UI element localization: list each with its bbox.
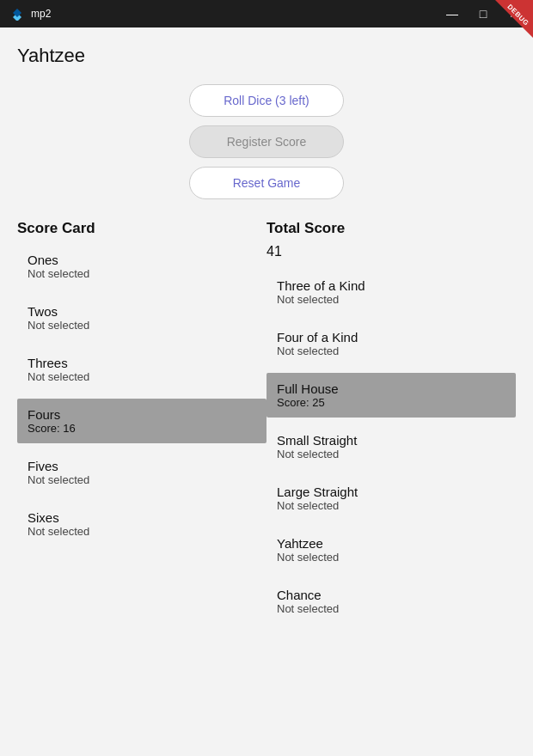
title-bar: mp2 — □ ✕ <box>0 0 533 27</box>
page-title: Yahtzee <box>17 45 516 67</box>
score-item-small-straight-value: Not selected <box>277 448 505 460</box>
score-item-twos-value: Not selected <box>28 319 256 332</box>
score-item-three-of-kind[interactable]: Three of a Kind Not selected <box>266 270 516 314</box>
main-content: Yahtzee Roll Dice (3 left) Register Scor… <box>0 27 533 624</box>
score-item-yahtzee[interactable]: Yahtzee Not selected <box>266 527 516 572</box>
total-score-column: Total Score 41 Three of a Kind Not selec… <box>266 220 516 624</box>
score-item-fours-name: Fours <box>28 407 256 422</box>
score-item-full-house-name: Full House <box>277 381 505 396</box>
score-card-column: Score Card Ones Not selected Twos Not se… <box>17 220 266 624</box>
score-item-four-of-kind-value: Not selected <box>277 344 505 357</box>
score-item-twos[interactable]: Twos Not selected <box>17 296 266 340</box>
score-section: Score Card Ones Not selected Twos Not se… <box>17 220 516 624</box>
score-item-chance-name: Chance <box>277 588 505 602</box>
title-bar-left: mp2 <box>10 7 51 21</box>
score-item-chance[interactable]: Chance Not selected <box>266 579 516 624</box>
score-item-sixes-value: Not selected <box>28 525 256 538</box>
score-item-fours[interactable]: Fours Score: 16 <box>17 399 266 443</box>
buttons-container: Roll Dice (3 left) Register Score Reset … <box>17 84 516 199</box>
score-item-fives[interactable]: Fives Not selected <box>17 450 266 495</box>
score-item-yahtzee-value: Not selected <box>277 551 505 564</box>
score-item-twos-name: Twos <box>28 304 256 319</box>
total-score-header: Total Score <box>266 220 516 237</box>
score-item-fives-name: Fives <box>28 459 256 473</box>
score-item-large-straight-value: Not selected <box>277 499 505 512</box>
score-item-sixes-name: Sixes <box>28 510 256 525</box>
score-item-large-straight-name: Large Straight <box>277 485 505 499</box>
score-item-small-straight[interactable]: Small Straight Not selected <box>266 424 516 469</box>
score-item-fours-value: Score: 16 <box>28 422 256 435</box>
flutter-icon <box>10 7 24 21</box>
score-item-three-of-kind-value: Not selected <box>277 293 505 306</box>
minimize-button[interactable]: — <box>444 5 461 22</box>
score-item-four-of-kind[interactable]: Four of a Kind Not selected <box>266 321 516 366</box>
score-item-threes[interactable]: Threes Not selected <box>17 347 266 392</box>
score-item-sixes[interactable]: Sixes Not selected <box>17 502 266 546</box>
score-card-header: Score Card <box>17 220 266 237</box>
score-item-yahtzee-name: Yahtzee <box>277 536 505 551</box>
score-item-ones[interactable]: Ones Not selected <box>17 244 266 289</box>
score-item-full-house[interactable]: Full House Score: 25 <box>266 373 516 418</box>
score-item-full-house-value: Score: 25 <box>277 396 505 409</box>
maximize-button[interactable]: □ <box>475 5 492 22</box>
roll-dice-button[interactable]: Roll Dice (3 left) <box>189 84 344 117</box>
score-item-small-straight-name: Small Straight <box>277 433 505 448</box>
score-item-ones-name: Ones <box>28 253 256 267</box>
register-score-button: Register Score <box>189 125 344 158</box>
score-item-three-of-kind-name: Three of a Kind <box>277 278 505 293</box>
reset-game-button[interactable]: Reset Game <box>189 167 344 199</box>
score-item-four-of-kind-name: Four of a Kind <box>277 330 505 344</box>
score-item-large-straight[interactable]: Large Straight Not selected <box>266 476 516 521</box>
score-item-threes-value: Not selected <box>28 370 256 383</box>
app-title: mp2 <box>31 8 51 20</box>
score-item-threes-name: Threes <box>28 356 256 370</box>
score-item-ones-value: Not selected <box>28 267 256 280</box>
total-score-value: 41 <box>266 244 516 259</box>
score-item-chance-value: Not selected <box>277 602 505 615</box>
score-item-fives-value: Not selected <box>28 473 256 486</box>
